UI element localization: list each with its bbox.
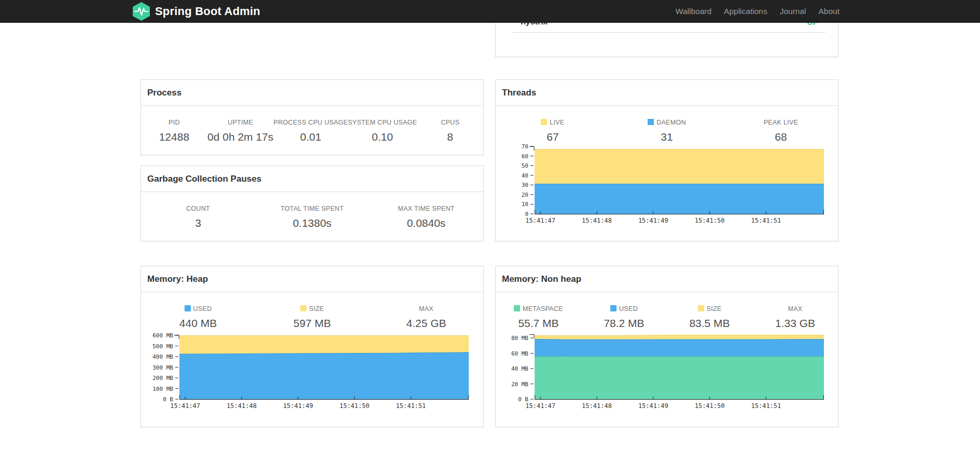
svg-text:0 B: 0 B [163,396,173,403]
svg-text:200 MB: 200 MB [152,375,173,382]
svg-text:15:41:47: 15:41:47 [525,217,555,224]
process-card: Process PID 12488 UPTIME 0d 0h 2m 17s PR… [141,79,484,155]
size-swatch-icon [698,305,704,311]
legend-item-metaspace: METASPACE 55.7 MB [496,305,581,330]
svg-text:20: 20 [522,192,528,198]
svg-text:20 MB: 20 MB [511,381,528,388]
svg-text:15:41:49: 15:41:49 [283,402,313,410]
threads-card: Threads LIVE 67 DAEMON 31 PEAK LIVE 68 1… [495,79,838,241]
svg-text:30: 30 [522,182,528,188]
card-title: Memory: Non heap [496,266,838,292]
navbar: Spring Boot Admin Wallboard Applications… [0,0,980,23]
svg-text:15:41:48: 15:41:48 [582,402,612,410]
metric-uptime: UPTIME 0d 0h 2m 17s [207,119,274,143]
legend-item-size: SIZE 597 MB [255,305,369,330]
memory-nonheap-card: Memory: Non heap METASPACE 55.7 MB USED … [495,266,838,427]
card-title: Garbage Collection Pauses [141,166,483,192]
legend-item-max: MAX 1.33 GB [752,305,838,330]
nav-item-applications[interactable]: Applications [718,0,774,23]
svg-text:15:41:47: 15:41:47 [170,402,200,410]
svg-text:60: 60 [522,153,528,160]
svg-text:0 B: 0 B [518,396,528,403]
used-swatch-icon [185,305,191,311]
metric-system-cpu-usage: SYSTEM CPU USAGE 0.10 [348,119,417,143]
metric-gc-max-time: MAX TIME SPENT 0.0840s [369,205,483,229]
metric-process-cpu-usage: PROCESS CPU USAGE 0.01 [274,119,348,143]
card-title: Memory: Heap [141,266,483,292]
metric-pid: PID 12488 [141,119,207,143]
nav-item-wallboard[interactable]: Wallboard [669,0,718,23]
gc-pauses-card: Garbage Collection Pauses COUNT 3 TOTAL … [141,166,484,241]
svg-text:15:41:50: 15:41:50 [695,402,725,410]
legend-item-size: SIZE 83.5 MB [667,305,752,330]
pulse-hexagon-logo-icon [133,2,150,21]
legend-item-used: USED 440 MB [141,305,255,330]
svg-text:400 MB: 400 MB [152,353,173,360]
svg-text:15:41:48: 15:41:48 [227,402,257,410]
svg-text:15:41:50: 15:41:50 [695,217,725,224]
metaspace-swatch-icon [514,305,520,311]
brand-title: Spring Boot Admin [155,5,260,18]
svg-text:15:41:49: 15:41:49 [638,217,668,224]
card-title: Process [141,80,483,106]
heap-legend: USED 440 MB SIZE 597 MB MAX 4.25 GB [141,292,483,330]
legend-item-daemon: DAEMON 31 [610,119,724,143]
process-metrics: PID 12488 UPTIME 0d 0h 2m 17s PROCESS CP… [141,106,483,143]
metric-gc-total-time: TOTAL TIME SPENT 0.1380s [255,205,369,229]
metric-gc-count: COUNT 3 [141,205,255,229]
svg-text:10: 10 [522,201,528,208]
svg-text:300 MB: 300 MB [152,364,173,371]
svg-text:50: 50 [522,162,528,169]
svg-text:500 MB: 500 MB [152,343,173,350]
live-swatch-icon [541,119,547,125]
svg-text:600 MB: 600 MB [152,332,173,339]
svg-text:15:41:49: 15:41:49 [638,402,668,410]
gc-metrics: COUNT 3 TOTAL TIME SPENT 0.1380s MAX TIM… [141,192,483,229]
legend-item-used: USED 78.2 MB [581,305,667,330]
memory-heap-card: Memory: Heap USED 440 MB SIZE 597 MB MAX… [141,266,484,427]
threads-legend: LIVE 67 DAEMON 31 PEAK LIVE 68 [496,106,838,143]
legend-item-live: LIVE 67 [496,119,610,143]
svg-text:15:41:50: 15:41:50 [340,402,370,410]
size-swatch-icon [300,305,306,311]
nav-links: Wallboard Applications Journal About [669,0,846,23]
svg-text:15:41:51: 15:41:51 [396,402,426,410]
legend-item-max: MAX 4.25 GB [369,305,483,330]
svg-text:40: 40 [522,172,528,179]
svg-text:15:41:48: 15:41:48 [582,217,612,224]
svg-text:70: 70 [522,143,528,150]
svg-text:15:41:47: 15:41:47 [525,402,555,410]
nonheap-legend: METASPACE 55.7 MB USED 78.2 MB SIZE 83.5… [496,292,838,330]
used-swatch-icon [610,305,617,311]
svg-text:80 MB: 80 MB [511,335,528,342]
svg-text:60 MB: 60 MB [511,350,528,357]
svg-text:100 MB: 100 MB [152,386,173,392]
metric-cpus: CPUS 8 [417,119,483,143]
svg-text:40 MB: 40 MB [511,365,528,372]
nav-item-about[interactable]: About [812,0,846,23]
nav-item-journal[interactable]: Journal [774,0,813,23]
daemon-swatch-icon [648,119,654,125]
brand-link[interactable]: Spring Boot Admin [133,2,260,21]
legend-item-peak-live: PEAK LIVE 68 [724,119,838,143]
svg-text:15:41:51: 15:41:51 [751,217,781,224]
card-title: Threads [496,80,838,106]
svg-text:0: 0 [525,211,528,217]
svg-text:15:41:51: 15:41:51 [751,402,781,410]
